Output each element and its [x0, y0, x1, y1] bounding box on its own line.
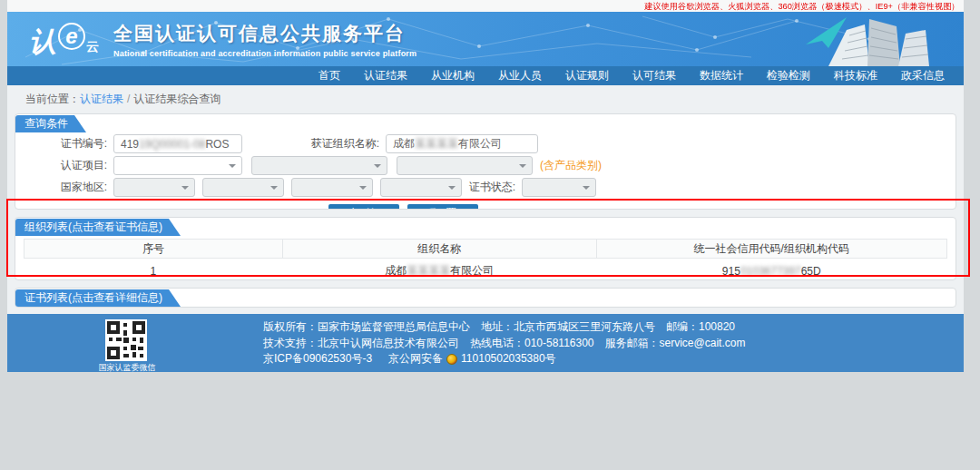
search-button[interactable]: 查 询	[328, 204, 399, 210]
org-name-suffix: 有限公司	[450, 264, 494, 277]
region-select-1[interactable]	[113, 178, 195, 197]
browser-tip-bar: 建议使用谷歌浏览器、火狐浏览器、360浏览器（极速模式）、IE9+（非兼容性视图…	[7, 0, 964, 12]
chevron-down-icon	[448, 186, 456, 193]
credit-code-redacted: 0103677397	[740, 265, 801, 278]
nav-item-cert-rules[interactable]: 认证规则	[554, 68, 621, 83]
nav-item-home[interactable]: 首页	[307, 68, 352, 83]
form-row-3: 国家地区: 证书状态:	[15, 177, 956, 198]
project-label: 认证项目:	[15, 158, 113, 173]
region-select-3[interactable]	[291, 178, 373, 197]
footer-text-block: 版权所有：国家市场监督管理总局信息中心 地址：北京市西城区三里河东路八号 邮编：…	[263, 319, 745, 367]
cert-list-panel: 证书列表(点击查看详细信息)	[15, 288, 956, 308]
chevron-down-icon	[583, 186, 590, 193]
nav-item-procurement-info[interactable]: 政采信息	[889, 68, 956, 83]
region-select-4[interactable]	[380, 178, 462, 197]
nav-item-inspection[interactable]: 检验检测	[755, 68, 822, 83]
cert-no-value-redacted: 19Q00001-08	[139, 138, 205, 151]
button-row: 查 询 重 置	[15, 204, 956, 210]
nav-item-accreditation-results[interactable]: 认可结果	[621, 68, 688, 83]
cert-no-input[interactable]: 41919Q00001-08ROS	[113, 134, 242, 153]
footer-line-support: 技术支持：北京中认网信息技术有限公司 热线电话：010-58116300 服务邮…	[263, 336, 745, 352]
query-panel: 查询条件 证书编号: 41919Q00001-08ROS 获证组织名称: 成都某…	[15, 113, 956, 210]
cell-org-name: 成都某某某某有限公司	[282, 259, 596, 281]
nav-item-tech-standards[interactable]: 科技标准	[822, 68, 889, 83]
nav-item-agencies[interactable]: 从业机构	[419, 68, 486, 83]
nav-item-cert-results[interactable]: 认证结果	[352, 68, 419, 83]
query-panel-title: 查询条件	[15, 115, 86, 132]
org-name-label: 获证组织名称:	[242, 136, 386, 152]
nav-item-personnel[interactable]: 从业人员	[486, 68, 554, 83]
project-select-3[interactable]	[397, 156, 533, 175]
org-name-prefix: 成都	[385, 264, 407, 277]
cert-no-value-prefix: 419	[121, 138, 139, 151]
org-name-redacted: 某某某某	[407, 264, 450, 277]
page-container: 建议使用谷歌浏览器、火狐浏览器、360浏览器（极速模式）、IE9+（非兼容性视图…	[7, 0, 964, 372]
status-select[interactable]	[522, 178, 596, 197]
logo: 认 e 云	[29, 23, 99, 55]
footer-line-copyright: 版权所有：国家市场监督管理总局信息中心 地址：北京市西城区三里河东路八号 邮编：…	[263, 319, 745, 336]
breadcrumb-current: 认证结果综合查询	[133, 93, 220, 105]
main-content: 当前位置：认证结果/认证结果综合查询 查询条件 证书编号: 41919Q0000…	[7, 85, 964, 314]
qr-code-label: 国家认监委微信	[82, 362, 172, 374]
chevron-down-icon	[359, 186, 367, 193]
police-badge-icon	[446, 354, 457, 365]
region-select-2[interactable]	[202, 178, 284, 197]
site-title: 全国认证认可信息公共服务平台	[113, 21, 416, 46]
status-label: 证书状态:	[462, 180, 522, 195]
police-record-label: 京公网安备	[388, 351, 443, 367]
cert-no-value-suffix: ROS	[205, 138, 229, 151]
project-select-1[interactable]	[113, 156, 242, 175]
police-record-number: 11010502035380号	[461, 351, 556, 367]
cell-seq: 1	[24, 259, 283, 281]
org-list-panel-title: 组织列表(点击查看证书信息)	[15, 219, 181, 236]
form-row-1: 证书编号: 41919Q00001-08ROS 获证组织名称: 成都某某某某有限…	[15, 133, 956, 154]
logo-yun: 云	[86, 39, 99, 55]
table-header-row: 序号 组织名称 统一社会信用代码/组织机构代码	[24, 240, 947, 259]
org-list-table: 序号 组织名称 统一社会信用代码/组织机构代码 1 成都某某某某有限公司 915…	[24, 239, 947, 280]
chevron-down-icon	[270, 186, 278, 193]
form-row-2: 认证项目: (含产品类别)	[15, 155, 956, 176]
breadcrumb-prefix: 当前位置：	[25, 93, 80, 105]
main-nav: 首页 认证结果 从业机构 从业人员 认证规则 认可结果 数据统计 检验检测 科技…	[7, 66, 964, 85]
browser-tip-text: 建议使用谷歌浏览器、火狐浏览器、360浏览器（极速模式）、IE9+（非兼容性视图…	[645, 0, 960, 12]
building-image	[806, 17, 929, 66]
site-header: 认 e 云 全国认证认可信息公共服务平台 National certificat…	[7, 12, 964, 66]
table-row[interactable]: 1 成都某某某某有限公司 915010367739765D	[24, 259, 947, 281]
org-name-value-redacted: 某某某某	[415, 136, 458, 152]
org-list-panel: 组织列表(点击查看证书信息) 序号 组织名称 统一社会信用代码/组织机构代码 1…	[15, 217, 956, 280]
org-name-value-suffix: 有限公司	[458, 136, 502, 152]
project-select-2[interactable]	[251, 156, 387, 175]
chevron-down-icon	[181, 186, 189, 193]
org-name-input[interactable]: 成都某某某某有限公司	[386, 134, 538, 153]
col-header-seq: 序号	[24, 240, 283, 259]
breadcrumb-separator: /	[123, 93, 133, 105]
logo-ren: 认	[29, 28, 56, 55]
product-category-note: (含产品类别)	[540, 158, 602, 173]
nav-item-statistics[interactable]: 数据统计	[688, 68, 755, 83]
chevron-down-icon	[374, 164, 381, 171]
reset-button[interactable]: 重 置	[407, 204, 478, 210]
cert-no-label: 证书编号:	[15, 136, 113, 152]
col-header-org-name: 组织名称	[282, 240, 596, 259]
breadcrumb-link-cert-results[interactable]: 认证结果	[80, 93, 123, 105]
credit-code-prefix: 915	[722, 265, 740, 278]
credit-code-suffix: 65D	[801, 265, 821, 278]
breadcrumb: 当前位置：认证结果/认证结果综合查询	[7, 85, 964, 112]
logo-e-icon: e	[58, 23, 85, 50]
org-name-value-prefix: 成都	[393, 136, 415, 152]
chevron-down-icon	[519, 164, 526, 171]
region-label: 国家地区:	[15, 180, 113, 195]
cert-list-panel-title: 证书列表(点击查看详细信息)	[15, 289, 181, 307]
cell-credit-code: 915010367739765D	[596, 259, 946, 281]
chevron-down-icon	[229, 164, 236, 171]
icp-number: 京ICP备09062530号-3	[263, 351, 372, 367]
footer-line-icp: 京ICP备09062530号-3 京公网安备 11010502035380号	[263, 351, 745, 367]
site-footer: 国家认监委微信 版权所有：国家市场监督管理总局信息中心 地址：北京市西城区三里河…	[7, 314, 964, 372]
col-header-credit-code: 统一社会信用代码/组织机构代码	[596, 240, 946, 259]
site-subtitle: National certification and accreditation…	[113, 49, 416, 58]
site-title-block: 全国认证认可信息公共服务平台 National certification an…	[113, 21, 416, 58]
qr-code	[105, 319, 147, 361]
